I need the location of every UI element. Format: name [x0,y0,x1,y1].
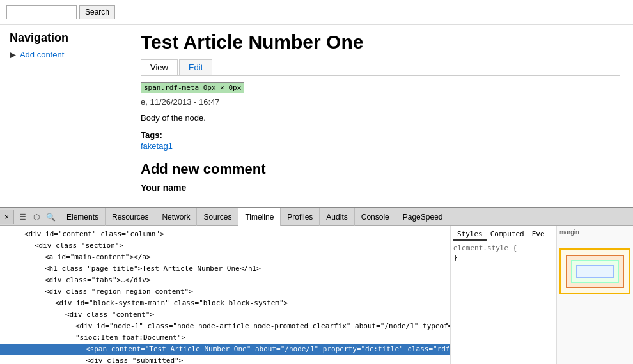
margin-box [559,248,630,294]
border-box [566,255,624,288]
submitted-line: e, 11/26/2013 - 16:47 [141,97,620,107]
tab-edit[interactable]: Edit [179,59,212,75]
element-tree-line[interactable]: <div class="submitted"> [0,355,450,364]
search-button[interactable]: Search [79,5,115,19]
devtool-tab-sources[interactable]: Sources [197,208,238,226]
your-name-label: Your name [141,183,620,193]
devtools-panel: × ☰ ⬡ 🔍 Elements Resources Network Sourc… [0,207,633,364]
rdf-badge: span.rdf-meta 0px × 0px [141,82,244,93]
element-line-text: <a id="main-content"></a> [45,253,151,261]
elements-panel: <div id="content" class="column"><div cl… [0,226,451,364]
devtool-tab-network[interactable]: Network [155,208,197,226]
element-tree-line[interactable]: <div class="tabs">…</div> [0,275,450,286]
devtools-icons: ☰ ⬡ 🔍 [17,211,56,223]
body-text: Body of the node. [141,113,620,123]
devtool-tab-pagespeed[interactable]: PageSpeed [396,208,450,226]
tabs-bar: View Edit [141,59,620,76]
element-line-text: <div id="node-1" class="node node-articl… [75,322,451,330]
tag-link[interactable]: faketag1 [141,141,173,151]
element-line-text: <span content="Test Article Number One" … [86,345,451,353]
style-close-brace: } [453,254,554,262]
element-tree-line[interactable]: <div class="section"> [0,240,450,252]
add-content-link-wrapper: ▶ Add content [10,50,118,59]
devtool-tab-console[interactable]: Console [355,208,396,226]
styles-panel: Styles Computed Eve element.style { } [451,226,556,364]
styles-panel-tabs: Styles Computed Eve [453,229,554,241]
devtools-close-button[interactable]: × [0,210,14,224]
element-tree-line[interactable]: <span content="Test Article Number One" … [0,344,450,355]
box-model-label: margin [559,229,630,236]
element-tree-line[interactable]: <div id="node-1" class="node node-articl… [0,321,450,332]
devtool-tab-profiles[interactable]: Profiles [281,208,320,226]
element-tree-line[interactable]: <div class="content"> [0,309,450,321]
tags-section: Tags: faketag1 [141,130,620,151]
add-content-link[interactable]: Add content [20,50,64,59]
devtool-tab-timeline[interactable]: Timeline [238,208,281,226]
element-line-text: <div id="content" class="column"> [24,230,164,238]
top-bar: Search [0,0,633,25]
styles-tab-eve[interactable]: Eve [528,229,549,241]
element-line-text: <div class="content"> [65,310,154,319]
element-line-text: <h1 class="page-title">Test Article Numb… [45,264,261,273]
element-line-text: <div class="submitted"> [86,356,183,364]
element-line-text: <div id="block-system-main" class="block… [55,299,288,307]
element-tree-line[interactable]: <div id="content" class="column"> [0,229,450,240]
element-line-text: <div class="section"> [35,241,123,250]
element-tree-line[interactable]: <a id="main-content"></a> [0,252,450,263]
tab-view[interactable]: View [141,59,178,75]
element-line-text: <div class="tabs">…</div> [45,276,151,284]
nav-title: Navigation [10,31,118,45]
devtool-tab-audits[interactable]: Audits [320,208,354,226]
element-line-text: <div class="region region-content"> [45,287,193,296]
styles-tab-computed[interactable]: Computed [487,229,528,241]
content-box [576,265,614,278]
article-title: Test Article Number One [141,31,620,53]
devtools-toggle-icon[interactable]: ☰ [17,211,28,223]
devtools-cursor-icon[interactable]: ⬡ [31,211,42,223]
nav-arrow-icon: ▶ [10,50,16,59]
element-style-label: element.style { [453,244,554,252]
search-input[interactable] [6,5,77,19]
devtool-tab-resources[interactable]: Resources [106,208,155,226]
devtool-tab-elements[interactable]: Elements [60,208,106,226]
box-model: margin [556,226,633,364]
element-tree-line[interactable]: <div id="block-system-main" class="block… [0,298,450,309]
main-layout: Navigation ▶ Add content Test Article Nu… [0,25,633,207]
content-area: Test Article Number One View Edit span.r… [128,25,633,207]
add-comment-heading: Add new comment [141,161,620,178]
element-tree-line[interactable]: "sioc:Item foaf:Document"> [0,332,450,344]
element-line-text: "sioc:Item foaf:Document"> [75,333,185,342]
sidebar: Navigation ▶ Add content [0,25,128,207]
padding-box [571,260,619,283]
element-tree-line[interactable]: <div class="region region-content"> [0,286,450,298]
element-tree-line[interactable]: <h1 class="page-title">Test Article Numb… [0,263,450,275]
devtools-body: <div id="content" class="column"><div cl… [0,226,633,364]
tags-label: Tags: [141,130,620,140]
styles-tab-styles[interactable]: Styles [453,229,487,241]
devtools-tabbar: × ☰ ⬡ 🔍 Elements Resources Network Sourc… [0,208,633,226]
devtools-search-icon[interactable]: 🔍 [45,211,56,223]
